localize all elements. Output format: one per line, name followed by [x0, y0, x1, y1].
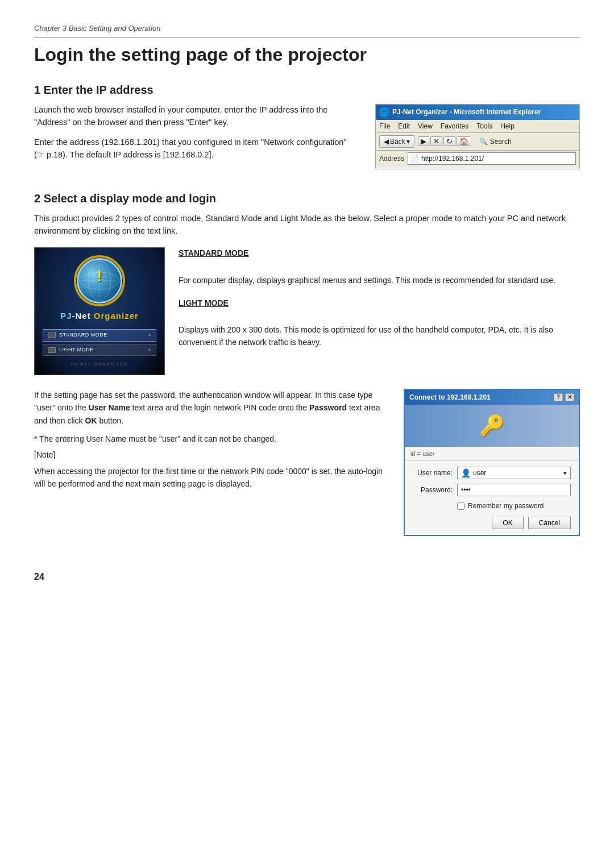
user-icon: 👤 [461, 467, 471, 479]
stop-button[interactable]: ✕ [430, 136, 442, 146]
back-arrow-icon: ◀ [384, 136, 389, 147]
password-row: Password: •••• [413, 484, 571, 496]
refresh-button[interactable]: ↻ [443, 136, 455, 146]
browser-screenshot: 🌐 PJ-Net Organizer - Microsoft Internet … [375, 104, 580, 169]
cancel-label: Cancel [539, 519, 560, 527]
login-dialog: Connect to 192.168.1.201 ? ✕ 🔑 id = user… [404, 389, 580, 537]
page-title: Login the setting page of the projector [34, 44, 580, 65]
browser-icon: 🌐 [379, 106, 389, 118]
browser-address-bar: Address 📄 http://192.168.1.201/ [376, 151, 579, 167]
dialog-help-btn[interactable]: ? [554, 393, 563, 401]
standard-mode-desc-block: STANDARD MODE For computer display, disp… [179, 247, 580, 286]
browser-toolbar: ◀ Back ▾ ▶ ✕ ↻ 🏠 🔍 Search [376, 133, 579, 151]
standard-mode-icon [48, 333, 56, 338]
pj-modes-list: STANDARD MODE » LIGHT MODE » [43, 329, 156, 358]
key-icon: 🔑 [479, 410, 505, 441]
url-text: http://192.168.1.201/ [421, 153, 484, 164]
pj-globe-wrapper: ! [77, 258, 122, 304]
light-mode-arrow: » [148, 346, 151, 354]
login-dialog-form: User name: 👤 user ▾ Password: •••• Remem [405, 461, 579, 535]
light-mode-desc-block: LIGHT MODE Displays with 200 x 300 dots.… [179, 297, 580, 349]
username-label: User name: [413, 468, 453, 478]
browser-title-text: PJ-Net Organizer - Microsoft Internet Ex… [392, 107, 541, 117]
menu-file[interactable]: File [379, 121, 390, 131]
page-number: 24 [34, 570, 580, 584]
search-area: 🔍 Search [479, 136, 512, 147]
dialog-close-btn[interactable]: ✕ [565, 393, 574, 401]
section2-title: 2 Select a display mode and login [34, 190, 580, 207]
menu-help[interactable]: Help [500, 121, 515, 131]
login-dialog-id-row: id = user [405, 447, 579, 462]
search-icon: 🔍 [479, 136, 488, 147]
pj-brand-pj: PJ [60, 311, 72, 321]
auth-para1: If the setting page has set the password… [34, 389, 385, 427]
note-asterisk: * The entering User Name must be "user" … [34, 433, 385, 445]
section2-intro: This product provides 2 types of control… [34, 213, 580, 238]
pj-inner: ! PJ-Net Organizer STANDARD MODE » [35, 248, 164, 375]
username-dropdown-icon: ▾ [563, 468, 567, 478]
standard-mode-arrow: » [148, 331, 151, 339]
pj-globe: ! [77, 258, 122, 304]
standard-mode-desc-row: STANDARD MODE For computer display, disp… [179, 247, 580, 286]
pj-standard-mode-item[interactable]: STANDARD MODE » [43, 329, 156, 342]
auth-text: If the setting page has set the password… [34, 389, 385, 537]
address-label: Address [379, 153, 404, 164]
light-mode-heading[interactable]: LIGHT MODE [179, 297, 580, 309]
modes-container: ! PJ-Net Organizer STANDARD MODE » [34, 247, 580, 375]
pj-footer: PJ-NET ORGANIZER [71, 362, 128, 368]
ok-button[interactable]: OK [492, 517, 523, 529]
home-button[interactable]: 🏠 [457, 136, 471, 146]
password-input[interactable]: •••• [457, 484, 571, 496]
menu-edit[interactable]: Edit [398, 121, 410, 131]
pj-brand-organizer: Organizer [94, 311, 139, 321]
light-mode-desc-sep [179, 313, 181, 322]
menu-view[interactable]: View [418, 121, 433, 131]
ok-label: OK [503, 519, 512, 527]
forward-button[interactable]: ▶ [418, 136, 429, 146]
page-icon: 📄 [410, 153, 419, 164]
light-mode-desc-text: Displays with 200 x 300 dots. This mode … [179, 324, 580, 348]
password-value: •••• [461, 485, 471, 495]
remember-checkbox[interactable] [457, 502, 464, 510]
remember-label: Remember my password [468, 501, 544, 511]
standard-mode-label: STANDARD MODE [59, 331, 107, 339]
browser-menu-bar: File Edit View Favorites Tools Help [376, 120, 579, 133]
light-mode-icon [48, 347, 56, 353]
search-label: Search [490, 136, 512, 147]
modes-descriptions: STANDARD MODE For computer display, disp… [179, 247, 580, 375]
standard-mode-desc-text: For computer display, displays graphical… [179, 275, 580, 287]
menu-favorites[interactable]: Favorites [441, 121, 468, 131]
exclamation-icon: ! [97, 264, 102, 288]
top-divider [34, 38, 580, 38]
note-section: * The entering User Name must be "user" … [34, 433, 385, 491]
section1-para1: Launch the web browser installed in your… [34, 104, 357, 129]
standard-mode-heading[interactable]: STANDARD MODE [179, 247, 580, 259]
browser-title-bar: 🌐 PJ-Net Organizer - Microsoft Internet … [376, 105, 579, 120]
standard-mode-desc-sep [179, 263, 181, 272]
address-input[interactable]: 📄 http://192.168.1.201/ [408, 152, 576, 165]
pj-logo-area: ! [77, 258, 122, 308]
pj-screenshot: ! PJ-Net Organizer STANDARD MODE » [34, 247, 165, 375]
section1-title: 1 Enter the IP address [34, 81, 580, 98]
dialog-btn-row: OK Cancel [413, 517, 571, 529]
user-name-bold: User Name [89, 403, 130, 412]
section1-para2: Enter the address (192.168.1.201) that y… [34, 136, 357, 161]
login-dialog-title: Connect to 192.168.1.201 ? ✕ [405, 390, 579, 405]
pj-light-mode-item[interactable]: LIGHT MODE » [43, 344, 156, 356]
password-label: Password: [413, 485, 453, 495]
section1-content: Launch the web browser installed in your… [34, 104, 580, 169]
note-para: When accessing the projector for the fir… [34, 465, 385, 491]
username-input[interactable]: 👤 user ▾ [457, 467, 571, 479]
auth-section: If the setting page has set the password… [34, 389, 580, 537]
note-label: [Note] [34, 448, 385, 461]
login-dialog-icon-row: 🔑 [405, 405, 579, 447]
back-label: Back [390, 136, 405, 147]
username-row: User name: 👤 user ▾ [413, 467, 571, 479]
menu-tools[interactable]: Tools [476, 121, 492, 131]
cancel-button[interactable]: Cancel [528, 517, 571, 529]
back-button[interactable]: ◀ Back ▾ [379, 135, 414, 148]
remember-row: Remember my password [413, 501, 571, 511]
dialog-title-buttons: ? ✕ [554, 393, 574, 401]
pj-brand-name: PJ-Net Organizer [60, 310, 139, 323]
pj-brand-net: Net [75, 311, 93, 321]
